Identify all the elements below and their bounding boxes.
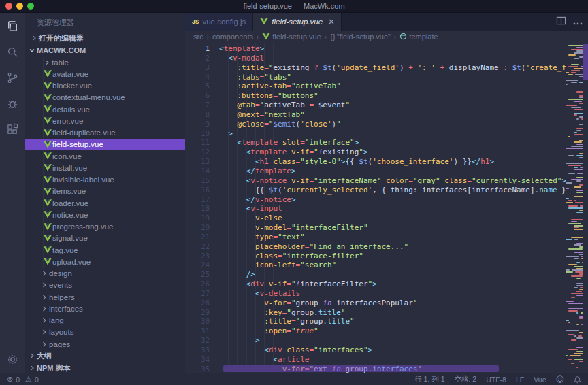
code-line[interactable]: 34 <article xyxy=(185,355,566,365)
code-line[interactable]: 4 :tabs="tabs" xyxy=(185,73,566,82)
tree-item-icon-vue[interactable]: icon.vue xyxy=(25,150,185,162)
breadcrumb-item-4[interactable]: { }"field-setup.vue" xyxy=(330,33,391,41)
status-item-5[interactable]: Vue xyxy=(534,375,546,384)
code-text: :active-tab="activeTab" xyxy=(219,82,341,91)
code-line[interactable]: 12 <template v-if="!existing"> xyxy=(185,148,566,157)
tree-item-blocker-vue[interactable]: blocker.vue xyxy=(25,80,185,92)
section-open-editors[interactable]: 打开的编辑器 xyxy=(25,32,185,44)
tree-item-invisible-label-vue[interactable]: invisible-label.vue xyxy=(25,174,185,186)
code-line[interactable]: 2 <v-modal xyxy=(185,54,566,63)
tree-item-pages[interactable]: pages xyxy=(25,338,185,350)
more-actions-icon[interactable] xyxy=(573,16,583,28)
breadcrumb-item-1[interactable]: src xyxy=(193,33,203,41)
code-line[interactable]: 28 v-for="group in interfacesPopular" xyxy=(185,299,566,308)
tree-item-details-vue[interactable]: details.vue xyxy=(25,103,185,115)
code-line[interactable]: 7 @tab="activeTab = $event" xyxy=(185,101,566,110)
code-line[interactable]: 6 :buttons="buttons" xyxy=(185,91,566,101)
tree-item-avatar-vue[interactable]: avatar.vue xyxy=(25,68,185,80)
explorer-icon[interactable] xyxy=(0,13,25,39)
notifications-bell-icon[interactable] xyxy=(574,375,581,384)
code-line[interactable]: 24 icon-left="search" xyxy=(185,261,566,270)
tab-vue-config-js[interactable]: JSvue.config.js xyxy=(185,13,253,31)
section-npm-scripts[interactable]: NPM 脚本 xyxy=(25,362,185,373)
search-icon[interactable] xyxy=(0,39,25,65)
close-icon[interactable] xyxy=(329,19,334,24)
tree-item-contextual-menu-vue[interactable]: contextual-menu.vue xyxy=(25,92,185,103)
code-line[interactable]: 25 /> xyxy=(185,270,566,280)
code-line[interactable]: 1<template> xyxy=(185,44,566,54)
tree-item-field-duplicate-vue[interactable]: field-duplicate.vue xyxy=(25,127,185,139)
tree-item-progress-ring-vue[interactable]: progress-ring.vue xyxy=(25,221,185,233)
code-line[interactable]: 11 <template slot="interface"> xyxy=(185,138,566,148)
code-line[interactable]: 21 type="text" xyxy=(185,233,566,242)
status-item-1[interactable]: 行 1, 列 1 xyxy=(414,375,444,384)
tree-item-field-setup-vue[interactable]: field-setup.vue xyxy=(25,139,185,150)
errors-count: 0 xyxy=(16,375,20,384)
vertical-scrollbar[interactable] xyxy=(583,44,588,80)
tree-item-notice-vue[interactable]: notice.vue xyxy=(25,209,185,220)
code-line[interactable]: 33 <div class="interfaces"> xyxy=(185,346,566,355)
code-line[interactable]: 18 <v-input xyxy=(185,204,566,214)
debug-icon[interactable] xyxy=(0,90,25,116)
split-editor-icon[interactable] xyxy=(556,16,566,28)
code-line[interactable]: 14 </template> xyxy=(185,167,566,176)
code-text: </v-notice> xyxy=(219,195,296,205)
code-line[interactable]: 20 v-model="interfaceFilter" xyxy=(185,223,566,233)
problems-status[interactable]: ⊗ 0 ⚠ 0 xyxy=(0,375,39,384)
minimap[interactable] xyxy=(566,43,583,373)
code-line[interactable]: 5 :active-tab="activeTab" xyxy=(185,82,566,91)
tree-item-signal-vue[interactable]: signal.vue xyxy=(25,233,185,244)
minimap-line xyxy=(576,218,583,219)
settings-gear-icon[interactable] xyxy=(0,346,25,372)
code-line[interactable]: 15 <v-notice v-if="interfaceName" color=… xyxy=(185,176,566,186)
breadcrumb-item-3[interactable]: field-setup.vue xyxy=(262,33,321,41)
tree-item-label: blocker.vue xyxy=(52,82,92,90)
tree-item-upload-vue[interactable]: upload.vue xyxy=(25,256,185,267)
tree-item-design[interactable]: design xyxy=(25,268,185,280)
minimap-line xyxy=(576,262,580,263)
code-line[interactable]: 31 :open="true" xyxy=(185,327,566,336)
source-control-icon[interactable] xyxy=(0,65,25,90)
tree-item-loader-vue[interactable]: loader.vue xyxy=(25,197,185,209)
code-line[interactable]: 30 :title="group.title" xyxy=(185,317,566,327)
tree-item-table[interactable]: table xyxy=(25,56,185,68)
code-line[interactable]: 23 class="interface-filter" xyxy=(185,252,566,261)
status-item-4[interactable]: LF xyxy=(516,375,524,384)
code-line[interactable]: 17 </v-notice> xyxy=(185,195,566,205)
minimap-line xyxy=(573,175,583,176)
code-line[interactable]: 10 > xyxy=(185,129,566,139)
tree-item-helpers[interactable]: helpers xyxy=(25,291,185,303)
code-line[interactable]: 8 @next="nextTab" xyxy=(185,110,566,120)
feedback-smiley-icon[interactable]: ☺ xyxy=(555,375,564,384)
breadcrumb-item-2[interactable]: components xyxy=(212,33,253,41)
code-area[interactable]: 1<template>2 <v-modal3 :title="existing … xyxy=(185,43,588,373)
tree-item-events[interactable]: events xyxy=(25,280,185,291)
code-line[interactable]: 22 placeholder="Find an interface..." xyxy=(185,242,566,252)
code-line[interactable]: 13 <h1 class="style-0">{{ $t('choose_int… xyxy=(185,157,566,167)
code-line[interactable]: 19 v-else xyxy=(185,214,566,223)
tree-item-tag-vue[interactable]: tag.vue xyxy=(25,244,185,256)
code-line[interactable]: 26 <div v-if="!interfaceFilter"> xyxy=(185,280,566,289)
section-root[interactable]: MACWK.COM xyxy=(25,44,185,56)
code-line[interactable]: 16 {{ $t('currently_selected', { thing: … xyxy=(185,186,566,195)
line-number: 17 xyxy=(185,195,219,205)
section-outline[interactable]: 大纲 xyxy=(25,350,185,362)
tree-item-label: notice.vue xyxy=(52,211,88,219)
horizontal-scrollbar[interactable] xyxy=(223,365,499,372)
tree-item-items-vue[interactable]: items.vue xyxy=(25,186,185,197)
code-line[interactable]: 27 <v-details xyxy=(185,289,566,299)
tree-item-lang[interactable]: lang xyxy=(25,315,185,327)
tree-item-error-vue[interactable]: error.vue xyxy=(25,115,185,127)
status-item-2[interactable]: 空格: 2 xyxy=(454,375,476,384)
breadcrumb-item-5[interactable]: template xyxy=(399,33,438,41)
code-line[interactable]: 9 @close="$emit('close')" xyxy=(185,120,566,129)
tree-item-layouts[interactable]: layouts xyxy=(25,327,185,338)
extensions-icon[interactable] xyxy=(0,116,25,142)
tab-field-setup-vue[interactable]: field-setup.vue xyxy=(253,13,342,31)
code-line[interactable]: 3 :title="existing ? $t('update_field') … xyxy=(185,63,566,73)
tree-item-install-vue[interactable]: install.vue xyxy=(25,162,185,173)
tree-item-interfaces[interactable]: interfaces xyxy=(25,303,185,314)
code-line[interactable]: 32 > xyxy=(185,336,566,346)
status-item-3[interactable]: UTF-8 xyxy=(486,375,506,384)
code-line[interactable]: 29 :key="group.title" xyxy=(185,308,566,318)
